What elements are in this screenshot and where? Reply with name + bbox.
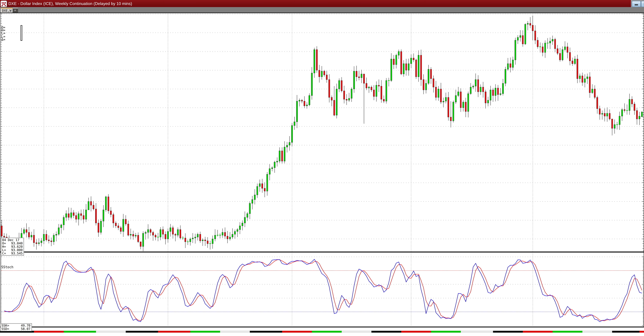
bar-marker-rectangle[interactable] [20,25,22,41]
tooltip-date: 04 Dec 17 [2,238,19,242]
stoch-axis-label: 100 [642,268,644,271]
minimize-icon [634,4,638,5]
tooltip-close-value: 93.545 [11,252,23,255]
app-logo-icon [1,1,7,6]
plus-icon: + [14,9,16,12]
new-tab-button[interactable]: + [12,8,18,13]
candlestick-stochastic-canvas[interactable] [0,12,644,336]
stoch-panel-title: SStoch [1,266,14,269]
tooltip-low-value: 93.000 [11,248,23,252]
stoch-axis-label: 80 [642,281,644,284]
ohlc-tooltip: 04 Dec 17 O=93.040 H=93.620 L=93.000 C=9… [1,238,24,256]
cursor-readout: O= H= L= L= Δ= [1,26,5,41]
stoch-axis-label: 20 [642,322,644,326]
stoch-tooltip: SSK=49.70 SSD=58.07 [0,323,32,331]
tab-dxe-weekly[interactable]: DXE,W [1,8,13,13]
tooltip-high-value: 93.620 [11,245,23,248]
readout-low: L= [1,32,5,35]
minimize-button[interactable] [632,1,641,7]
restore-button[interactable] [641,1,644,7]
stoch-axis-label: 60 [642,295,644,298]
tab-strip: DXE,W + [0,7,644,13]
title-bar[interactable]: DXE - Dollar Index (ICE), Weekly Continu… [0,0,644,7]
tooltip-open-value: 93.040 [11,242,23,245]
stoch-axis-label: 40 [642,309,644,312]
ssk-value: 49.70 [21,324,30,327]
tab-label: DXE,W [2,9,12,12]
readout-change: Δ= [1,38,5,41]
window-title: DXE - Dollar Index (ICE), Weekly Continu… [8,1,132,6]
prophetx-window: DXE - Dollar Index (ICE), Weekly Continu… [0,0,644,336]
ssd-value: 58.07 [21,327,30,330]
chart-area: O= H= L= L= Δ= 104.000102.000100.00098.0… [0,12,644,336]
